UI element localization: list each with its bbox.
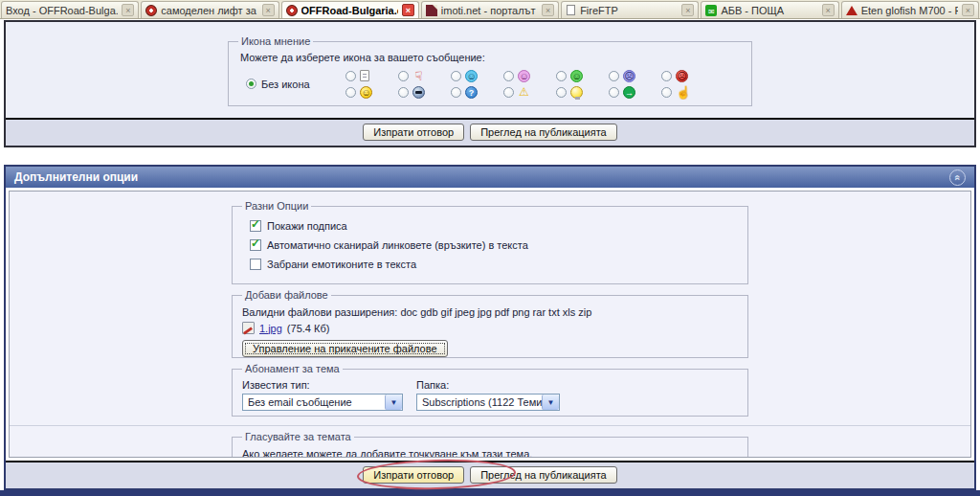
- misc-checkbox-list: Покажи подписаАвтоматично сканирай линко…: [250, 218, 738, 272]
- tab-title: FireFTP: [580, 5, 678, 16]
- top-button-strip: Изпрати отговор Преглед на публикацията: [6, 120, 974, 146]
- checkbox-label: Забрани емотиконите в текста: [267, 259, 416, 270]
- post-icon-option[interactable]: [609, 85, 635, 99]
- option-checkbox-line[interactable]: Автоматично сканирай линковете (връзките…: [250, 237, 738, 253]
- checkbox[interactable]: [250, 239, 261, 251]
- attachment-file-link[interactable]: 1.jpg: [259, 323, 282, 334]
- tab-close-icon[interactable]: ×: [262, 4, 275, 16]
- post-icon-option[interactable]: [451, 69, 478, 82]
- manage-attachments-button[interactable]: Управление на прикачените файлове: [242, 340, 448, 357]
- icon-radio[interactable]: [345, 87, 356, 98]
- tab-title: imoti.net - порталът з...: [441, 5, 538, 16]
- rate-thread-row: Гласувайте за темата Ако желаете можете …: [10, 431, 970, 458]
- option-checkbox-line[interactable]: Покажи подписа: [250, 218, 738, 234]
- post-icon-option[interactable]: [503, 69, 530, 82]
- page-gap: [0, 147, 980, 165]
- post-icon-fieldset: Икона мнение Можете да изберете икона за…: [228, 35, 752, 106]
- post-icon-option[interactable]: [609, 69, 635, 82]
- submit-reply-button-top[interactable]: Изпрати отговор: [363, 124, 464, 141]
- post-icon-option[interactable]: [661, 69, 688, 82]
- icon-radio[interactable]: [451, 71, 461, 81]
- tab-close-icon[interactable]: ×: [542, 4, 554, 16]
- icon-radio[interactable]: [609, 87, 619, 98]
- no-icon-label: Без икона: [261, 79, 310, 90]
- attachment-file-size: (75.4 Кб): [287, 323, 330, 334]
- checkbox[interactable]: [250, 259, 261, 270]
- post-icon-column: [556, 69, 583, 99]
- submit-reply-button-bottom[interactable]: Изпрати отговор: [363, 466, 464, 484]
- checkbox[interactable]: [250, 220, 261, 232]
- post-icon-option[interactable]: [345, 85, 372, 99]
- notify-type-value: Без email съобщение: [243, 396, 385, 408]
- tab-close-icon[interactable]: ×: [962, 4, 974, 16]
- arrow-icon: [623, 86, 635, 99]
- tab-close-icon[interactable]: ×: [122, 4, 134, 16]
- post-icon-option[interactable]: [451, 85, 478, 99]
- tab-close-icon[interactable]: ×: [822, 4, 835, 16]
- tab-close-icon[interactable]: ×: [681, 4, 694, 16]
- tab[interactable]: Eten glofish M700 - Full.×: [841, 1, 979, 18]
- tab[interactable]: FireFTP×: [561, 1, 699, 18]
- tab[interactable]: АБВ - ПОЩА×: [701, 1, 838, 18]
- rate-thread-fieldset: Гласувайте за темата Ако желаете можете …: [232, 431, 748, 458]
- icon-radio[interactable]: [556, 71, 567, 81]
- bottom-button-strip: Изпрати отговор Преглед на публикацията: [6, 462, 974, 488]
- post-icon-option[interactable]: [345, 69, 372, 82]
- post-icon-prompt: Можете да изберете икона за вашето съобщ…: [240, 52, 742, 63]
- checkbox-label: Покажи подписа: [267, 220, 347, 232]
- collapse-icon[interactable]: «: [949, 169, 966, 186]
- angry-icon: [676, 70, 688, 82]
- icon-radio[interactable]: [661, 87, 672, 98]
- post-icon-option[interactable]: [556, 85, 583, 99]
- cool-icon: [412, 86, 425, 99]
- no-icon-radio[interactable]: [246, 79, 256, 89]
- bottom-blue-bar: [0, 490, 980, 496]
- icon-radio[interactable]: [451, 87, 461, 98]
- subscription-row: Абонамент за тема Известия тип: Без emai…: [10, 363, 970, 426]
- subscription-fieldset: Абонамент за тема Известия тип: Без emai…: [232, 363, 748, 417]
- tab-title: АБВ - ПОЩА: [721, 5, 817, 16]
- icon-radio[interactable]: [609, 71, 619, 81]
- biggrin-icon: [570, 70, 583, 82]
- icon-radio[interactable]: [503, 71, 514, 81]
- attach-files-fieldset: Добави файлове Валидни файлови разширени…: [232, 289, 748, 358]
- tab[interactable]: Вход - OFFRoad-Bulga...×: [1, 1, 139, 18]
- option-checkbox-line[interactable]: Забрани емотиконите в текста: [250, 257, 738, 272]
- post-icon-option[interactable]: [398, 85, 425, 99]
- tab-close-icon[interactable]: ×: [402, 4, 414, 16]
- post-icon-grid: [345, 69, 688, 99]
- post-icon-column: [398, 69, 425, 99]
- icon-radio[interactable]: [503, 87, 514, 98]
- post-icon-option[interactable]: [503, 85, 530, 99]
- preview-post-button-bottom[interactable]: Преглед на публикацията: [470, 466, 616, 484]
- misc-options-legend: Разни Опции: [242, 200, 311, 212]
- rate-thread-legend: Гласувайте за темата: [242, 431, 354, 442]
- icon-radio[interactable]: [661, 71, 672, 81]
- question-icon: [465, 86, 478, 99]
- icon-radio[interactable]: [398, 87, 409, 98]
- no-icon-option[interactable]: Без икона: [246, 79, 345, 90]
- post-icon-option[interactable]: [661, 85, 688, 99]
- notify-type-select[interactable]: Без email съобщение ▼: [242, 394, 403, 411]
- thumbsdown-icon: [412, 70, 425, 82]
- tab[interactable]: самоделен лифт за ни...×: [141, 1, 278, 18]
- additional-options-title: Допълнителни опции: [14, 170, 138, 184]
- smile-icon: [360, 86, 372, 99]
- post-icon-option[interactable]: [398, 69, 425, 82]
- frown-icon: [623, 70, 635, 82]
- icon-radio[interactable]: [556, 87, 567, 98]
- attach-files-row: Добави файлове Валидни файлови разширени…: [10, 289, 970, 358]
- folder-select[interactable]: Subscriptions (1122 Теми) ▼: [416, 394, 560, 411]
- tab-active[interactable]: OFFRoad-Bulgaria.co...×: [281, 1, 419, 18]
- tab[interactable]: imoti.net - порталът з...×: [421, 1, 559, 18]
- tab-bar: Вход - OFFRoad-Bulga...×самоделен лифт з…: [0, 0, 980, 19]
- preview-post-button-top[interactable]: Преглед на публикацията: [470, 124, 616, 141]
- abv-favicon-icon: [705, 5, 717, 16]
- post-icon: [360, 70, 369, 81]
- wink-icon: [465, 70, 478, 82]
- post-icon-column: [661, 69, 688, 99]
- icon-radio[interactable]: [398, 71, 409, 81]
- post-icon-option[interactable]: [556, 69, 583, 82]
- notify-type-label: Известия тип:: [242, 379, 403, 391]
- icon-radio[interactable]: [345, 71, 356, 81]
